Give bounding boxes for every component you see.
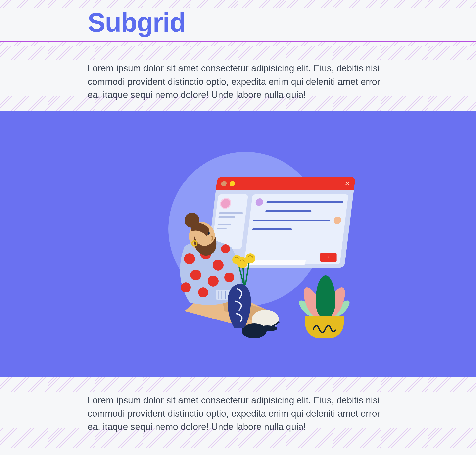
pot-squiggle-icon [313,323,336,333]
avatar-icon [255,198,264,206]
intro-paragraph-2: Lorem ipsum dolor sit amet consectetur a… [88,394,390,434]
leaf-icon [316,275,335,319]
svg-point-7 [208,276,219,287]
close-icon: ✕ [344,180,351,188]
intro-paragraph-1: Lorem ipsum dolor sit amet consectetur a… [88,62,390,102]
person-illustration [155,207,284,338]
browser-title-bar: ✕ [216,177,356,190]
svg-point-9 [221,244,230,253]
submit-button-icon [320,253,337,262]
svg-point-11 [198,287,208,297]
window-dot-yellow-icon [229,181,236,186]
svg-point-2 [242,323,267,338]
svg-point-3 [184,253,195,264]
feed-row [255,198,344,206]
svg-point-26 [232,255,241,264]
avatar-icon [333,217,342,224]
hero-illustration: ✕ [126,149,350,338]
svg-point-6 [190,270,201,280]
svg-point-19 [208,232,210,235]
hero-panel: ✕ [0,111,476,377]
window-dot-orange-icon [221,181,227,186]
plant-illustration [298,274,347,338]
svg-point-10 [224,273,234,282]
page-heading: Subgrid [88,9,186,36]
svg-point-5 [213,260,224,271]
svg-point-25 [245,253,255,263]
svg-point-8 [181,282,191,292]
text-line [266,201,343,203]
